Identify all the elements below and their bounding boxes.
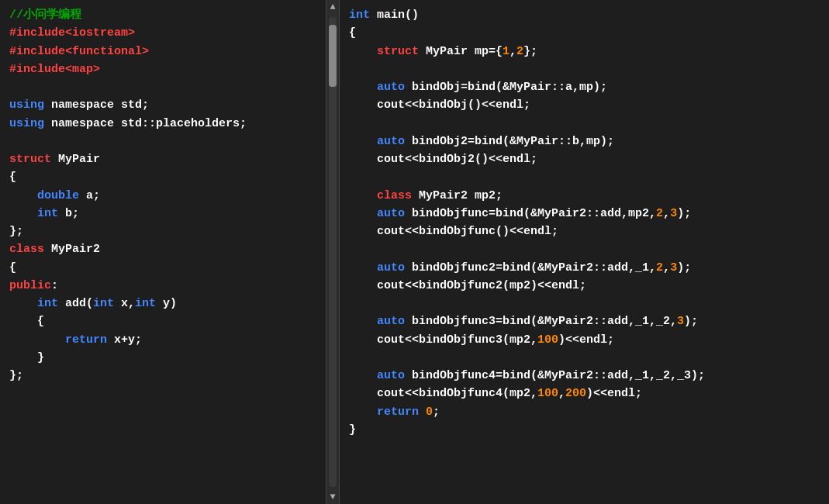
code-line: { [349,24,820,42]
code-line: } [9,349,316,367]
code-line [349,240,820,258]
code-line: using namespace std::placeholders; [9,115,316,133]
code-line [349,349,820,367]
code-line: auto bindObj2=bind(&MyPair::b,mp); [349,133,820,150]
code-line: return 0; [349,403,820,421]
code-line: #include<map> [9,60,316,78]
code-line: cout<<bindObj()<<endl; [349,96,820,114]
code-line: class MyPair2 mp2; [349,187,820,205]
code-line: } [349,421,820,439]
left-pane: //小问学编程 #include<iostream> #include<func… [0,0,326,504]
code-line: auto bindObjfunc4=bind(&MyPair2::add,_1,… [349,367,820,385]
code-line [349,60,820,78]
code-line [349,115,820,133]
scroll-up-arrow[interactable]: ▲ [330,0,335,14]
code-line: auto bindObjfunc2=bind(&MyPair2::add,_1,… [349,259,820,277]
code-line: double a; [9,187,316,205]
code-line: auto bindObjfunc3=bind(&MyPair2::add,_1,… [349,312,820,330]
code-line: cout<<bindObjfunc4(mp2,100,200)<<endl; [349,385,820,402]
code-line: return x+y; [9,331,316,349]
code-line: class MyPair2 [9,240,316,258]
code-panel: //小问学编程 #include<iostream> #include<func… [0,0,829,504]
code-line: int b; [9,205,316,223]
code-line: int add(int x,int y) [9,295,316,312]
code-line: struct MyPair mp={1,2}; [349,43,820,60]
code-line: }; [9,367,316,385]
code-line: cout<<bindObjfunc3(mp2,100)<<endl; [349,331,820,349]
code-line [349,295,820,312]
code-line: auto bindObjfunc=bind(&MyPair2::add,mp2,… [349,205,820,223]
scroll-track [329,17,337,487]
code-line: struct MyPair [9,150,316,168]
code-line: #include<functional> [9,43,316,60]
scroll-thumb[interactable] [329,25,337,87]
code-line: //小问学编程 [9,6,316,24]
vertical-scrollbar[interactable]: ▲ ▼ [326,0,340,504]
code-line: #include<iostream> [9,24,316,42]
code-line: cout<<bindObj2()<<endl; [349,150,820,168]
code-line: { [9,168,316,186]
code-line: public: [9,277,316,295]
right-pane: int main() { struct MyPair mp={1,2}; aut… [340,0,829,504]
code-line: }; [9,223,316,240]
code-line [349,168,820,186]
code-line: auto bindObj=bind(&MyPair::a,mp); [349,78,820,96]
code-line: cout<<bindObjfunc()<<endl; [349,223,820,240]
code-line: { [9,312,316,330]
code-line: cout<<bindObjfunc2(mp2)<<endl; [349,277,820,295]
scroll-down-arrow[interactable]: ▼ [330,490,335,504]
code-line [9,133,316,150]
code-line: int main() [349,6,820,24]
code-line: using namespace std; [9,96,316,114]
code-line [9,78,316,96]
code-line: { [9,259,316,277]
